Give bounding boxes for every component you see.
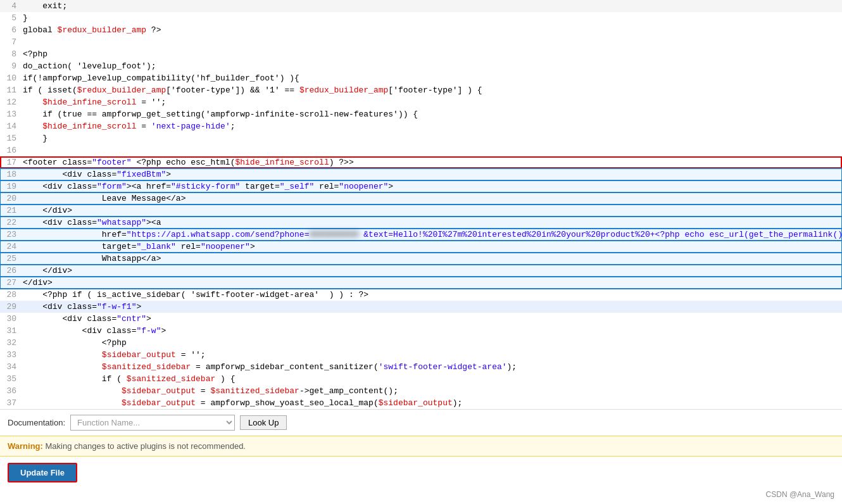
update-file-button[interactable]: Update File <box>8 463 77 482</box>
code-line: 29 <div class="f-w-f1"> <box>0 301 842 313</box>
line-number: 9 <box>0 60 23 72</box>
code-line: 22 <div class="whatsapp"><a <box>0 217 842 229</box>
line-number: 6 <box>0 24 23 36</box>
line-content: </div> <box>23 205 842 217</box>
line-content: target="_blank" rel="noopener"> <box>23 241 842 253</box>
line-number: 23 <box>0 229 23 241</box>
line-content: $sanitized_sidebar = ampforwp_sidebar_co… <box>23 361 842 373</box>
line-content: <div class="fixedBtm"> <box>23 168 842 180</box>
code-line: 13 if (true == ampforwp_get_setting('amp… <box>0 108 842 120</box>
line-number: 16 <box>0 144 23 156</box>
line-content: <?php if ( is_active_sidebar( 'swift-foo… <box>23 289 842 301</box>
line-number: 18 <box>0 168 23 180</box>
code-editor: 4 exit;5}6global $redux_builder_amp ?>78… <box>0 0 842 409</box>
code-line: 35 if ( $sanitized_sidebar ) { <box>0 373 842 385</box>
line-number: 11 <box>0 84 23 96</box>
code-line: 19 <div class="form"><a href="#sticky-fo… <box>0 180 842 192</box>
line-content: $sidebar_output = ampforwp_show_yoast_se… <box>23 397 842 409</box>
line-number: 26 <box>0 265 23 277</box>
line-content: href="https://api.whatsapp.com/send?phon… <box>23 229 842 241</box>
code-line: 30 <div class="cntr"> <box>0 313 842 325</box>
code-line: 37 $sidebar_output = ampforwp_show_yoast… <box>0 397 842 409</box>
lookup-button[interactable]: Look Up <box>240 415 287 430</box>
line-content: </div> <box>23 277 842 289</box>
line-content: Leave Message</a> <box>23 192 842 205</box>
line-number: 34 <box>0 361 23 373</box>
line-content: $hide_infine_scroll = ''; <box>23 96 842 108</box>
code-line: 32 <?php <box>0 337 842 349</box>
line-content: do_action( 'levelup_foot'); <box>23 60 842 72</box>
function-name-select[interactable]: Function Name... <box>70 415 235 431</box>
line-content: } <box>23 12 842 24</box>
code-line: 6global $redux_builder_amp ?> <box>0 24 842 36</box>
line-number: 37 <box>0 397 23 409</box>
code-line: 33 $sidebar_output = ''; <box>0 349 842 361</box>
line-content: <?php <box>23 48 842 60</box>
line-content: $sidebar_output = $sanitized_sidebar->ge… <box>23 385 842 397</box>
line-content: Whatsapp</a> <box>23 253 842 265</box>
warning-text: Making changes to active plugins is not … <box>45 441 246 451</box>
line-content: exit; <box>23 0 842 12</box>
line-number: 7 <box>0 36 23 48</box>
line-number: 20 <box>0 192 23 205</box>
code-line: 12 $hide_infine_scroll = ''; <box>0 96 842 108</box>
code-line: 36 $sidebar_output = $sanitized_sidebar-… <box>0 385 842 397</box>
line-content: <div class="f-w-f1"> <box>23 301 842 313</box>
warning-label: Warning: <box>8 441 43 451</box>
line-number: 21 <box>0 205 23 217</box>
line-number: 15 <box>0 132 23 144</box>
line-content: if(!ampforwp_levelup_compatibility('hf_b… <box>23 72 842 84</box>
line-content: } <box>23 132 842 144</box>
line-number: 22 <box>0 217 23 229</box>
code-line: 17<footer class="footer" <?php echo esc_… <box>0 156 842 168</box>
line-number: 31 <box>0 325 23 337</box>
code-line: 4 exit; <box>0 0 842 12</box>
line-number: 24 <box>0 241 23 253</box>
line-content: <?php <box>23 337 842 349</box>
line-content: <div class="form"><a href="#sticky-form"… <box>23 180 842 192</box>
line-number: 14 <box>0 120 23 132</box>
line-content: <div class="cntr"> <box>23 313 842 325</box>
line-content: <footer class="footer" <?php echo esc_ht… <box>23 156 842 168</box>
line-content: <div class="whatsapp"><a <box>23 217 842 229</box>
code-line: 9do_action( 'levelup_foot'); <box>0 60 842 72</box>
line-number: 28 <box>0 289 23 301</box>
line-number: 19 <box>0 180 23 192</box>
line-number: 27 <box>0 277 23 289</box>
code-line: 11if ( isset($redux_builder_amp['footer-… <box>0 84 842 96</box>
line-number: 30 <box>0 313 23 325</box>
line-content: $sidebar_output = ''; <box>23 349 842 361</box>
code-line: 15 } <box>0 132 842 144</box>
code-line: 8<?php <box>0 48 842 60</box>
line-content: $hide_infine_scroll = 'next-page-hide'; <box>23 120 842 132</box>
code-line: 34 $sanitized_sidebar = ampforwp_sidebar… <box>0 361 842 373</box>
action-bar: Update File <box>0 457 842 489</box>
code-line: 10if(!ampforwp_levelup_compatibility('hf… <box>0 72 842 84</box>
code-line: 26 </div> <box>0 265 842 277</box>
line-number: 33 <box>0 349 23 361</box>
code-line: 25 Whatsapp</a> <box>0 253 842 265</box>
line-number: 36 <box>0 385 23 397</box>
code-line: 27</div> <box>0 277 842 289</box>
line-number: 29 <box>0 301 23 313</box>
documentation-label: Documentation: <box>8 418 65 427</box>
line-content: </div> <box>23 265 842 277</box>
code-line: 31 <div class="f-w"> <box>0 325 842 337</box>
code-line: 23 href="https://api.whatsapp.com/send?p… <box>0 229 842 241</box>
code-line: 16 <box>0 144 842 156</box>
line-number: 10 <box>0 72 23 84</box>
code-line: 21 </div> <box>0 205 842 217</box>
code-line: 28 <?php if ( is_active_sidebar( 'swift-… <box>0 289 842 301</box>
line-number: 5 <box>0 12 23 24</box>
line-content: if ( $sanitized_sidebar ) { <box>23 373 842 385</box>
code-line: 5} <box>0 12 842 24</box>
line-number: 4 <box>0 0 23 12</box>
code-line: 18 <div class="fixedBtm"> <box>0 168 842 180</box>
line-number: 25 <box>0 253 23 265</box>
line-number: 8 <box>0 48 23 60</box>
code-line: 7 <box>0 36 842 48</box>
line-number: 17 <box>0 156 23 168</box>
line-content: global $redux_builder_amp ?> <box>23 24 842 36</box>
code-line: 24 target="_blank" rel="noopener"> <box>0 241 842 253</box>
code-line: 14 $hide_infine_scroll = 'next-page-hide… <box>0 120 842 132</box>
